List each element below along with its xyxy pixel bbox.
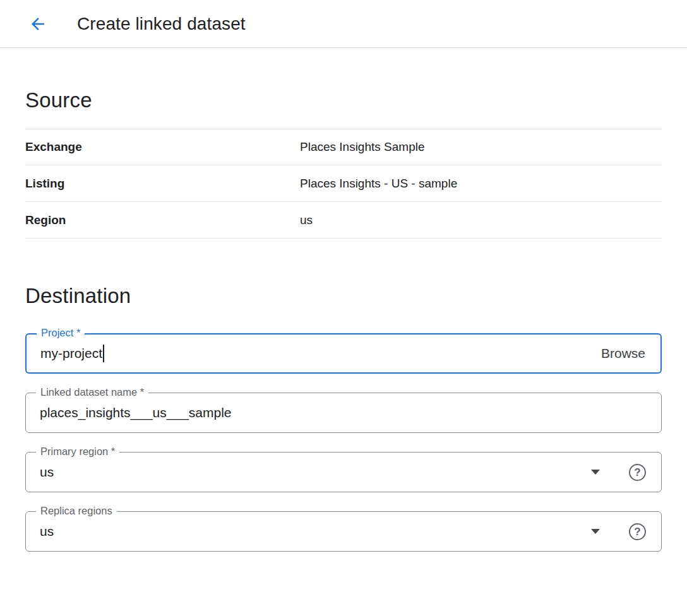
- linked-dataset-name-label: Linked dataset name *: [36, 386, 148, 398]
- table-row-exchange: Exchange Places Insights Sample: [25, 129, 662, 165]
- back-button[interactable]: [25, 11, 51, 37]
- region-value: us: [300, 213, 313, 227]
- project-field-value[interactable]: my-project: [40, 346, 102, 361]
- replica-regions-field[interactable]: Replica regions us ?: [25, 511, 662, 552]
- source-info-table: Exchange Places Insights Sample Listing …: [25, 129, 662, 239]
- linked-dataset-name-value[interactable]: places_insights___us___sample: [40, 405, 232, 420]
- chevron-down-icon[interactable]: [591, 470, 600, 475]
- help-icon[interactable]: ?: [629, 464, 646, 481]
- browse-button[interactable]: Browse: [600, 343, 647, 364]
- primary-region-label: Primary region *: [36, 446, 119, 458]
- chevron-down-icon[interactable]: [591, 529, 600, 534]
- replica-regions-value: us: [40, 524, 54, 539]
- exchange-label: Exchange: [25, 140, 300, 154]
- text-cursor: [103, 345, 104, 362]
- replica-regions-label: Replica regions: [36, 505, 117, 517]
- primary-region-value: us: [40, 465, 54, 480]
- arrow-left-icon: [28, 15, 47, 33]
- destination-section-heading: Destination: [25, 239, 662, 327]
- project-field-label: Project *: [37, 327, 85, 339]
- listing-value: Places Insights - US - sample: [300, 177, 457, 191]
- primary-region-field[interactable]: Primary region * us ?: [25, 452, 662, 492]
- page-header: Create linked dataset: [0, 0, 687, 48]
- page-title: Create linked dataset: [77, 14, 246, 34]
- exchange-value: Places Insights Sample: [300, 140, 425, 154]
- create-linked-dataset-page: Create linked dataset Source Exchange Pl…: [0, 0, 687, 616]
- table-row-listing: Listing Places Insights - US - sample: [25, 165, 662, 202]
- listing-label: Listing: [25, 177, 300, 191]
- table-row-region: Region us: [25, 202, 662, 239]
- help-icon[interactable]: ?: [629, 523, 646, 540]
- source-section-heading: Source: [25, 48, 662, 129]
- project-field[interactable]: Project * my-project Browse: [25, 333, 662, 374]
- linked-dataset-name-field[interactable]: Linked dataset name * places_insights___…: [25, 393, 662, 433]
- region-label: Region: [25, 213, 300, 227]
